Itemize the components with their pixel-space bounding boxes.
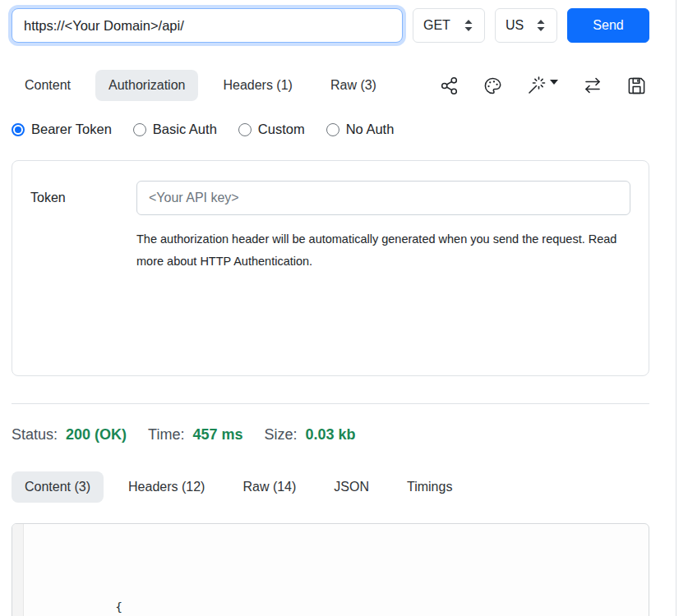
- share-icon[interactable]: [440, 76, 459, 95]
- tab-authorization[interactable]: Authorization: [95, 70, 198, 101]
- time-label: Time:: [148, 426, 184, 444]
- request-tabs: Content Authorization Headers (1) Raw (3…: [12, 70, 390, 101]
- token-input[interactable]: [136, 181, 630, 215]
- token-field-row: Token: [30, 181, 630, 215]
- resp-tab-timings[interactable]: Timings: [394, 471, 465, 503]
- tab-content[interactable]: Content: [12, 70, 84, 101]
- select-spinner-icon: [463, 19, 474, 32]
- swap-arrows-icon[interactable]: [583, 76, 603, 95]
- right-column-divider: [676, 0, 676, 616]
- save-icon[interactable]: [627, 76, 646, 95]
- auth-type-options: Bearer Token Basic Auth Custom No Auth: [12, 122, 649, 137]
- resp-tab-raw[interactable]: Raw (14): [229, 471, 309, 503]
- response-tabs: Content (3) Headers (12) Raw (14) JSON T…: [12, 471, 649, 503]
- radio-bearer-token[interactable]: Bearer Token: [12, 122, 112, 137]
- method-select[interactable]: GET: [413, 8, 485, 43]
- radio-label: Custom: [258, 122, 305, 137]
- radio-label: No Auth: [346, 122, 395, 137]
- request-tabs-row: Content Authorization Headers (1) Raw (3…: [12, 70, 649, 101]
- request-bar: GET US Send: [12, 8, 649, 43]
- size-value: 0.03 kb: [306, 426, 356, 444]
- radio-icon: [238, 123, 252, 136]
- radio-basic-auth[interactable]: Basic Auth: [133, 122, 217, 137]
- size-label: Size:: [264, 426, 297, 444]
- region-select[interactable]: US: [495, 8, 557, 43]
- chevron-down-icon: [550, 80, 558, 85]
- radio-no-auth[interactable]: No Auth: [326, 122, 395, 137]
- main-content: GET US Send Content: [0, 0, 649, 616]
- region-select-value: US: [506, 18, 524, 33]
- method-select-value: GET: [423, 18, 450, 33]
- palette-icon[interactable]: [483, 76, 502, 95]
- radio-custom[interactable]: Custom: [238, 122, 305, 137]
- resp-tab-json[interactable]: JSON: [321, 471, 382, 503]
- resp-tab-content[interactable]: Content (3): [12, 471, 104, 503]
- radio-label: Bearer Token: [31, 122, 112, 137]
- resp-tab-headers[interactable]: Headers (12): [115, 471, 218, 503]
- radio-icon: [133, 123, 146, 136]
- token-field-label: Token: [30, 191, 136, 205]
- status-value: 200 (OK): [66, 426, 127, 444]
- response-body-panel: { "message": "API running." }: [12, 523, 649, 616]
- token-help-text: The authorization header will be automat…: [136, 228, 630, 273]
- api-client-page: GET US Send Content: [0, 0, 688, 616]
- response-json-view[interactable]: { "message": "API running." }: [24, 524, 323, 616]
- code-line: {: [44, 577, 323, 616]
- radio-icon: [12, 123, 25, 136]
- time-value: 457 ms: [192, 426, 242, 444]
- json-open-brace: {: [115, 600, 122, 614]
- bearer-token-panel: Token The authorization header will be a…: [12, 160, 649, 376]
- tab-raw[interactable]: Raw (3): [317, 70, 390, 101]
- response-status-row: Status: 200 (OK) Time: 457 ms Size: 0.03…: [12, 426, 649, 444]
- radio-label: Basic Auth: [153, 122, 217, 137]
- url-input[interactable]: [12, 8, 403, 43]
- wand-sparkles-icon[interactable]: [527, 76, 558, 95]
- request-toolbar: [440, 76, 649, 95]
- code-gutter: [12, 524, 24, 616]
- section-divider: [12, 403, 649, 404]
- send-button[interactable]: Send: [567, 8, 649, 43]
- tab-headers[interactable]: Headers (1): [210, 70, 305, 101]
- status-label: Status:: [12, 426, 58, 444]
- select-spinner-icon: [535, 19, 547, 32]
- radio-icon: [326, 123, 339, 136]
